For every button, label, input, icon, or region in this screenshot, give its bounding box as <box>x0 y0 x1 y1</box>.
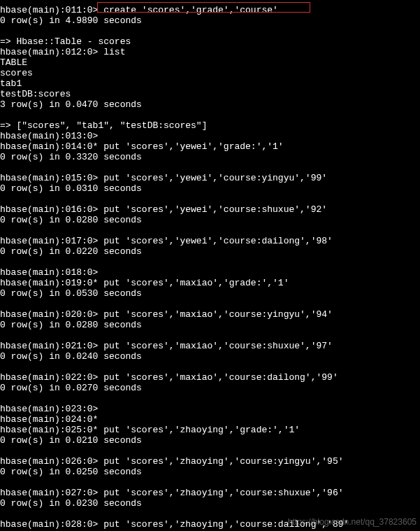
terminal-line: hbase(main):027:0> put 'scores','zhaoyin… <box>0 488 420 498</box>
watermark-text: https://blog.csdn.net/qq_37823605 <box>288 517 417 528</box>
terminal-line: testDB:scores <box>0 89 420 99</box>
terminal-line: hbase(main):026:0> put 'scores','zhaoyin… <box>0 456 420 467</box>
terminal-line: 3 row(s) in 0.0470 seconds <box>0 99 420 110</box>
terminal-line: hbase(main):015:0> put 'scores','yewei',… <box>0 173 420 183</box>
terminal-line <box>0 26 420 36</box>
terminal-line <box>0 477 420 488</box>
terminal-line <box>0 299 420 309</box>
terminal-line: 0 row(s) in 0.0240 seconds <box>0 351 420 362</box>
terminal-line <box>0 225 420 236</box>
terminal-line <box>0 446 420 456</box>
terminal-line: tab1 <box>0 78 420 89</box>
terminal-line: hbase(main):024:0* <box>0 414 420 425</box>
terminal-line: hbase(main):012:0> list <box>0 47 420 57</box>
terminal-line: 0 row(s) in 0.0270 seconds <box>0 383 420 393</box>
terminal-line: 0 row(s) in 0.0310 seconds <box>0 183 420 194</box>
terminal-line <box>0 110 420 120</box>
terminal-line: hbase(main):022:0> put 'scores','maxiao'… <box>0 372 420 383</box>
terminal-line: hbase(main):020:0> put 'scores','maxiao'… <box>0 309 420 320</box>
terminal-output[interactable]: hbase(main):011:0> create 'scores','grad… <box>0 5 420 530</box>
terminal-line: 0 row(s) in 0.3320 seconds <box>0 152 420 162</box>
terminal-line: hbase(main):019:0* put 'scores','maxiao'… <box>0 278 420 288</box>
terminal-line: hbase(main):017:0> put 'scores','yewei',… <box>0 236 420 246</box>
terminal-line: hbase(main):018:0> <box>0 267 420 278</box>
terminal-line: scores <box>0 68 420 78</box>
terminal-line: hbase(main):016:0> put 'scores','yewei',… <box>0 204 420 215</box>
terminal-line: 0 row(s) in 0.0230 seconds <box>0 498 420 509</box>
terminal-line <box>0 330 420 341</box>
terminal-line: hbase(main):025:0* put 'scores','zhaoyin… <box>0 425 420 435</box>
terminal-line: TABLE <box>0 57 420 68</box>
terminal-line: hbase(main):014:0* put 'scores','yewei',… <box>0 141 420 152</box>
terminal-line <box>0 393 420 404</box>
terminal-line: hbase(main):023:0> <box>0 404 420 414</box>
terminal-line: => Hbase::Table - scores <box>0 36 420 47</box>
terminal-line: 0 row(s) in 0.0280 seconds <box>0 215 420 225</box>
terminal-line <box>0 362 420 372</box>
terminal-line: hbase(main):021:0> put 'scores','maxiao'… <box>0 341 420 351</box>
terminal-line: => ["scores", "tab1", "testDB:scores"] <box>0 120 420 131</box>
terminal-line: 0 row(s) in 0.0210 seconds <box>0 435 420 446</box>
terminal-line: hbase(main):011:0> create 'scores','grad… <box>0 5 420 15</box>
terminal-line: 0 row(s) in 4.9890 seconds <box>0 15 420 26</box>
terminal-line: 0 row(s) in 0.0530 seconds <box>0 288 420 299</box>
terminal-line: 0 row(s) in 0.0220 seconds <box>0 246 420 257</box>
terminal-line <box>0 194 420 204</box>
terminal-line: hbase(main):013:0> <box>0 131 420 141</box>
terminal-line: 0 row(s) in 0.0250 seconds <box>0 467 420 477</box>
terminal-line <box>0 162 420 173</box>
terminal-line <box>0 257 420 267</box>
terminal-line: 0 row(s) in 0.0280 seconds <box>0 320 420 330</box>
